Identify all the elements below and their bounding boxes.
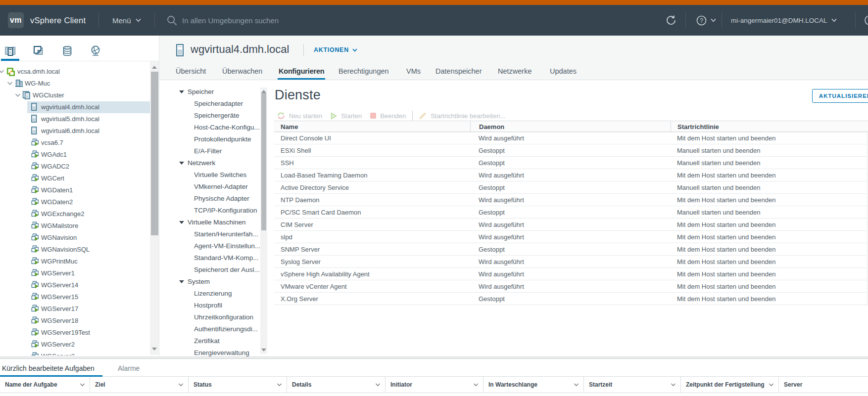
config-item-TCP/IP-Konfiguration[interactable]: TCP/IP-Konfiguration xyxy=(159,205,260,217)
service-row-Direct Console UI[interactable]: Direct Console UIWird ausgeführtMit dem … xyxy=(274,132,867,144)
tree-item-WGADC2[interactable]: WGADC2 xyxy=(0,161,150,173)
vmware-logo[interactable]: vm xyxy=(8,5,24,36)
service-row-Load-Based Teaming Daemon[interactable]: Load-Based Teaming DaemonWird ausgeführt… xyxy=(274,169,867,181)
filter-chevron-icon[interactable] xyxy=(375,383,381,387)
vms-and-templates-tab[interactable] xyxy=(33,45,44,56)
service-row-PC/SC Smart Card Daemon[interactable]: PC/SC Smart Card DaemonGestopptManuell s… xyxy=(274,206,867,219)
config-item-Speicheradapter[interactable]: Speicheradapter xyxy=(159,98,260,110)
config-section-Netzwerk[interactable]: Netzwerk xyxy=(159,157,260,169)
tree-expander[interactable] xyxy=(7,81,13,87)
service-row-Active Directory Service[interactable]: Active Directory ServiceGestopptManuell … xyxy=(274,181,867,194)
section-collapse-arrow[interactable] xyxy=(179,162,184,165)
config-item-Agent-VM-Einstellun[interactable]: Agent-VM-Einstellun... xyxy=(159,240,260,252)
tree-item-wgvirtual4.dmh.local[interactable]: wgvirtual4.dmh.local xyxy=(0,101,150,113)
config-item-Host-Cache-Konfigu[interactable]: Host-Cache-Konfigu... xyxy=(159,122,260,133)
help-menu[interactable]: ? xyxy=(696,5,716,36)
tab-VMs[interactable]: VMs xyxy=(406,67,421,75)
tasks-column-In Warteschlange[interactable]: In Warteschlange xyxy=(483,377,584,393)
config-item-E/A-Filter[interactable]: E/A-Filter xyxy=(159,145,260,157)
networking-tab[interactable] xyxy=(90,45,101,56)
tasks-column-Server[interactable]: Server xyxy=(779,377,868,393)
tree-expander[interactable] xyxy=(0,69,4,75)
column-header-Daemon[interactable]: Daemon xyxy=(470,121,671,132)
aktualisieren-button[interactable]: AKTUALISIEREN xyxy=(812,89,868,103)
column-header-Name[interactable]: Name xyxy=(274,121,470,132)
tasks-column-Name der Aufgabe[interactable]: Name der Aufgabe xyxy=(0,377,90,393)
scroll-up-arrow[interactable] xyxy=(152,66,157,69)
user-menu[interactable]: mi-angermaier01@DMH.LOCAL xyxy=(731,5,837,36)
service-row-vSphere High Availability Agent[interactable]: vSphere High Availability AgentWird ausg… xyxy=(274,268,867,280)
service-row-X.Org Server[interactable]: X.Org ServerGestopptMit dem Host starten… xyxy=(274,293,867,305)
config-item-Energieverwaltung[interactable]: Energieverwaltung xyxy=(159,347,260,356)
tree-item-WGServer18[interactable]: WGServer18 xyxy=(0,315,150,327)
tree-item-WGPrintMuc[interactable]: WGPrintMuc xyxy=(0,256,150,267)
filter-chevron-icon[interactable] xyxy=(178,383,184,387)
tree-item-WGCluster[interactable]: WGCluster xyxy=(0,89,150,101)
config-item-Speicherort der Ausl[interactable]: Speicherort der Ausl... xyxy=(159,264,260,276)
config-item-Starten/Herunterfah[interactable]: Starten/Herunterfah... xyxy=(159,228,260,240)
config-item-Uhrzeitkonfiguration[interactable]: Uhrzeitkonfiguration xyxy=(159,311,260,323)
scrollbar-thumb[interactable] xyxy=(261,93,267,230)
section-collapse-arrow[interactable] xyxy=(179,221,184,224)
tree-item-WGServer17[interactable]: WGServer17 xyxy=(0,303,150,315)
tree-expander[interactable] xyxy=(15,92,21,98)
tab-Konfigurieren[interactable]: Konfigurieren xyxy=(279,67,324,75)
configure-nav-scrollbar[interactable] xyxy=(260,88,267,354)
service-row-Syslog Server[interactable]: Syslog ServerWird ausgeführtMit dem Host… xyxy=(274,256,867,268)
tree-item-vcsa.dmh.local[interactable]: vcsa.dmh.local xyxy=(0,66,150,78)
service-row-CIM Server[interactable]: CIM ServerWird ausgeführtMit dem Host st… xyxy=(274,219,867,231)
tree-item-WGAdc1[interactable]: WGAdc1 xyxy=(0,149,150,161)
refresh-button[interactable] xyxy=(665,5,677,36)
section-collapse-arrow[interactable] xyxy=(179,90,184,93)
filter-chevron-icon[interactable] xyxy=(277,383,282,387)
tree-item-WGMailstore[interactable]: WGMailstore xyxy=(0,220,150,232)
tab-Datenspeicher[interactable]: Datenspeicher xyxy=(435,67,482,75)
tree-item-WGCert[interactable]: WGCert xyxy=(0,173,150,184)
scrollbar-thumb[interactable] xyxy=(151,72,158,235)
toolbar-button-Starten[interactable]: Starten xyxy=(331,112,362,120)
service-row-NTP Daemon[interactable]: NTP DaemonWird ausgeführtMit dem Host st… xyxy=(274,194,867,206)
tab-Netzwerke[interactable]: Netzwerke xyxy=(498,67,532,75)
menu-button[interactable]: Menü xyxy=(112,5,141,36)
config-section-Virtuelle Maschinen[interactable]: Virtuelle Maschinen xyxy=(159,217,260,228)
hosts-and-clusters-tab[interactable] xyxy=(5,45,16,56)
column-header-Startrichtlinie[interactable]: Startrichtlinie xyxy=(671,121,868,132)
actions-button[interactable]: AKTIONEN xyxy=(314,46,357,53)
scroll-down-arrow[interactable] xyxy=(261,349,266,352)
tab-Übersicht[interactable]: Übersicht xyxy=(176,67,206,75)
tree-item-WGNavisionSQL[interactable]: WGNavisionSQL xyxy=(0,244,150,256)
tree-item-WG-Muc[interactable]: WG-Muc xyxy=(0,78,150,89)
tree-item-WGNavision[interactable]: WGNavision xyxy=(0,232,150,244)
config-item-Zertifikat[interactable]: Zertifikat xyxy=(159,335,260,347)
tree-item-WGServer14[interactable]: WGServer14 xyxy=(0,279,150,291)
config-item-Hostprofil[interactable]: Hostprofil xyxy=(159,300,260,311)
config-item-Lizenzierung[interactable]: Lizenzierung xyxy=(159,288,260,300)
tasks-column-Details[interactable]: Details xyxy=(287,377,386,393)
config-item-Standard-VM-Komp[interactable]: Standard-VM-Komp... xyxy=(159,252,260,264)
filter-chevron-icon[interactable] xyxy=(473,383,479,387)
tree-item-WGDaten2[interactable]: WGDaten2 xyxy=(0,196,150,208)
filter-chevron-icon[interactable] xyxy=(574,383,579,387)
tasks-column-Ziel[interactable]: Ziel xyxy=(90,377,189,393)
section-collapse-arrow[interactable] xyxy=(179,280,184,283)
tasks-column-Startzeit[interactable]: Startzeit xyxy=(584,377,681,393)
config-item-Physische Adapter[interactable]: Physische Adapter xyxy=(159,193,260,205)
config-item-Authentifizierungsdi[interactable]: Authentifizierungsdi... xyxy=(159,323,260,335)
tree-item-vcsa6.7[interactable]: vcsa6.7 xyxy=(0,137,150,149)
tasks-column-Zeitpunkt der Fertigstellung[interactable]: Zeitpunkt der Fertigstellung xyxy=(681,377,779,393)
tasks-tab-Kürzlich bearbeitete Aufgaben[interactable]: Kürzlich bearbeitete Aufgaben xyxy=(2,364,95,372)
config-section-Speicher[interactable]: Speicher xyxy=(159,86,260,98)
service-row-SNMP Server[interactable]: SNMP ServerGestopptMit dem Host starten … xyxy=(274,243,867,256)
config-item-Virtuelle Switches[interactable]: Virtuelle Switches xyxy=(159,169,260,181)
feedback-button[interactable] xyxy=(864,5,868,36)
toolbar-button-Startrichtlinie bearbeiten[interactable]: Startrichtlinie bearbeiten... xyxy=(419,112,505,120)
scroll-down-arrow[interactable] xyxy=(152,348,157,351)
tree-item-wgvirtual5.dmh.local[interactable]: wgvirtual5.dmh.local xyxy=(0,113,150,125)
toolbar-button-Neu starten[interactable]: Neu starten xyxy=(277,112,322,120)
tree-item-WGServer15[interactable]: WGServer15 xyxy=(0,291,150,303)
service-row-ESXi Shell[interactable]: ESXi ShellGestopptManuell starten und be… xyxy=(274,144,867,157)
filter-chevron-icon[interactable] xyxy=(671,383,676,387)
tasks-column-Initiator[interactable]: Initiator xyxy=(386,377,483,393)
tree-item-WGServer3[interactable]: WGServer3 xyxy=(0,351,150,355)
toolbar-button-Beenden[interactable]: Beenden xyxy=(370,112,406,120)
